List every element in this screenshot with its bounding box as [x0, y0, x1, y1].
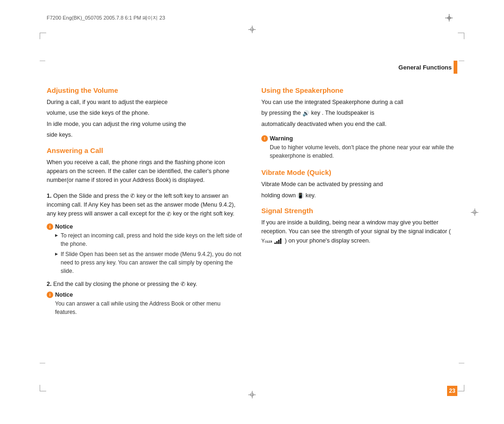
step1-text1: Open the Slide and press the — [53, 193, 129, 199]
speakerphone-body: You can use the integrated Speakerphone … — [261, 98, 457, 129]
step1: 1. Open the Slide and press the ✆ key or… — [47, 192, 243, 219]
side-tick-left-bottom — [40, 363, 45, 363]
step1-text3: key or the right soft key. — [173, 210, 235, 217]
end-call-icon: ✆ — [181, 280, 185, 289]
adjusting-volume-body: During a call, if you want to adjust the… — [47, 98, 243, 140]
left-column: Adjusting the Volume During a call, if y… — [47, 86, 243, 377]
signal-text: If you are inside a building, being near… — [261, 218, 457, 245]
notice-bullet-2: If Slide Open has been set as the answer… — [55, 250, 243, 275]
signal-body: If you are inside a building, being near… — [261, 218, 457, 245]
vibrate-line1: Vibrate Mode can be activated by pressin… — [261, 180, 457, 189]
warning-box: ! Warning Due to higher volume levels, d… — [261, 135, 457, 160]
crop-mark-tl-v — [40, 33, 40, 39]
crop-mark-tl-h — [40, 33, 46, 33]
notice-icon-2: i — [47, 292, 53, 298]
vibrate-icon: 📳 — [297, 192, 304, 200]
vibrate-line2: holding down 📳 key. — [261, 191, 457, 200]
svg-rect-3 — [280, 238, 281, 244]
crop-mark-tr-v — [464, 33, 464, 39]
answering-call-section: Answering a Call When you receive a call… — [47, 146, 243, 275]
warning-content: Due to higher volume levels, don't place… — [261, 143, 457, 160]
step2-text2: key. — [187, 281, 197, 287]
notice-bullet-1: To reject an incoming call, press and ho… — [55, 231, 243, 248]
general-functions-header: General Functions — [399, 61, 457, 74]
notice-content-2: You can answer a call while using the Ad… — [47, 299, 243, 316]
svg-rect-2 — [278, 240, 280, 244]
speakerphone-section: Using the Speakerphone You can use the i… — [261, 86, 457, 160]
adjusting-vol-line4: side keys. — [47, 131, 243, 139]
step1-num: 1. — [47, 193, 51, 199]
crop-mark-tr-h — [458, 33, 464, 33]
adjusting-vol-line2: volume, use the side keys of the phone. — [47, 109, 243, 118]
signal-section: Signal Strength If you are inside a buil… — [261, 207, 457, 245]
crop-mark-bl-v — [40, 385, 40, 391]
header-cross — [445, 14, 453, 21]
signal-strength-icon — [274, 238, 283, 244]
notice-label-1: Notice — [55, 223, 73, 230]
notice-title-1: i Notice — [47, 223, 243, 230]
adjusting-volume-section: Adjusting the Volume During a call, if y… — [47, 86, 243, 140]
speaker-line4: automatically deactivated when you end t… — [261, 120, 457, 129]
vibrate-title: Vibrate Mode (Quick) — [261, 168, 457, 176]
step2-num: 2. — [47, 281, 51, 287]
notice-label-2: Notice — [55, 292, 73, 298]
step2: 2. End the call by closing the phone or … — [47, 280, 243, 289]
crop-mark-br-v — [464, 385, 464, 391]
crop-mark-br-h — [458, 391, 464, 391]
svg-rect-1 — [276, 241, 278, 244]
crop-mark-bl-h — [40, 391, 46, 391]
adjusting-vol-line3: In idle mode, you can adjust the ring vo… — [47, 120, 243, 129]
side-tick-right-top — [459, 61, 464, 61]
side-tick-left-top — [40, 61, 45, 61]
answering-call-title: Answering a Call — [47, 146, 243, 154]
file-info: F7200 Eng(BK)_050705 2005.7.8 6:1 PM 페이지… — [47, 14, 165, 21]
center-cross-right — [471, 209, 478, 216]
notice-icon-1: i — [47, 223, 53, 230]
warning-title: ! Warning — [261, 135, 457, 142]
notice-box-1: i Notice To reject an incoming call, pre… — [47, 223, 243, 275]
speaker-icon: 🔊 — [302, 109, 309, 118]
main-content: Adjusting the Volume During a call, if y… — [47, 86, 457, 377]
notice-title-2: i Notice — [47, 292, 243, 298]
svg-rect-0 — [274, 243, 276, 244]
right-column: Using the Speakerphone You can use the i… — [261, 86, 457, 377]
speaker-line1: You can use the integrated Speakerphone … — [261, 98, 457, 107]
notice-bullets-1: To reject an incoming call, press and ho… — [47, 231, 243, 275]
side-tick-right-bottom — [459, 363, 464, 363]
vibrate-body: Vibrate Mode can be activated by pressin… — [261, 180, 457, 200]
header: F7200 Eng(BK)_050705 2005.7.8 6:1 PM 페이지… — [47, 14, 457, 21]
adjusting-volume-title: Adjusting the Volume — [47, 86, 243, 94]
warning-label: Warning — [270, 135, 293, 142]
speakerphone-title: Using the Speakerphone — [261, 86, 457, 94]
signal-title: Signal Strength — [261, 207, 457, 215]
speaker-line2: by pressing the 🔊 key . The loudspeaker … — [261, 109, 457, 118]
orange-bar — [454, 61, 457, 74]
answering-body-text: When you receive a call, the phone rings… — [47, 158, 243, 185]
signal-bars-icon: Y₀₁₂₃ — [261, 237, 272, 245]
step2-text1: End the call by closing the phone or pre… — [53, 281, 179, 287]
end-icon-step1: ✆ — [167, 210, 171, 219]
vibrate-section: Vibrate Mode (Quick) Vibrate Mode can be… — [261, 168, 457, 200]
center-cross-top — [248, 26, 256, 33]
warning-icon: ! — [261, 135, 268, 142]
notice-box-2: i Notice You can answer a call while usi… — [47, 292, 243, 316]
section-header-text: General Functions — [399, 64, 452, 71]
phone-icon-step1: ✆ — [130, 192, 135, 201]
page-number: 23 — [447, 386, 457, 396]
adjusting-vol-line1: During a call, if you want to adjust the… — [47, 98, 243, 107]
answering-call-body: When you receive a call, the phone rings… — [47, 158, 243, 185]
center-cross-bottom — [248, 391, 256, 398]
